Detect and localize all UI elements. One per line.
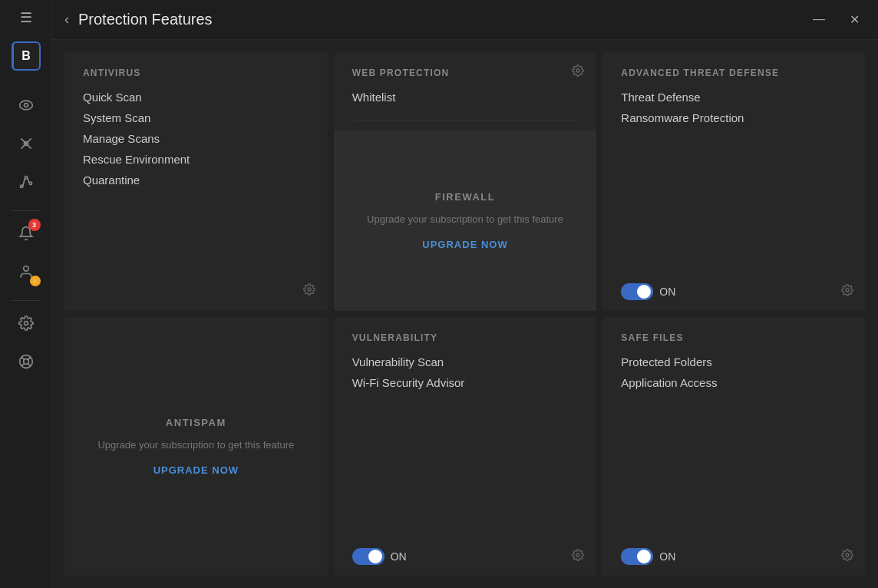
- svg-line-8: [22, 179, 24, 186]
- web-protection-title: WEB PROTECTION: [352, 68, 579, 78]
- wifi-security-link[interactable]: Wi-Fi Security Advisor: [352, 376, 579, 389]
- svg-line-18: [21, 363, 25, 366]
- application-access-link[interactable]: Application Access: [621, 376, 847, 389]
- vulnerability-card: VULNERABILITY Vulnerability Scan Wi-Fi S…: [334, 317, 597, 576]
- advanced-threat-title: ADVANCED THREAT DEFENSE: [621, 68, 847, 78]
- sidebar: ☰ B 3 !: [0, 0, 52, 588]
- system-scan-link[interactable]: System Scan: [83, 111, 309, 124]
- svg-point-20: [576, 69, 579, 72]
- safe-files-toggle[interactable]: [621, 548, 653, 565]
- svg-line-14: [21, 357, 25, 360]
- safe-files-card: SAFE FILES Protected Folders Application…: [602, 317, 866, 576]
- manage-scans-link[interactable]: Manage Scans: [83, 132, 309, 145]
- advanced-threat-toggle-label: ON: [659, 286, 675, 298]
- svg-point-23: [846, 553, 849, 557]
- page-title: Protection Features: [78, 11, 807, 28]
- titlebar: ‹ Protection Features — ✕: [52, 0, 878, 40]
- safe-files-toggle-label: ON: [659, 550, 675, 563]
- advanced-threat-toggle[interactable]: [621, 283, 653, 300]
- window-controls: — ✕: [807, 9, 866, 30]
- web-protection-gear-icon[interactable]: [572, 64, 584, 80]
- cards-area: ANTIVIRUS Quick Scan System Scan Manage …: [52, 40, 878, 588]
- vulnerability-title: VULNERABILITY: [352, 332, 579, 343]
- notification-badge: 3: [28, 219, 41, 231]
- sidebar-item-help[interactable]: [10, 345, 42, 378]
- sidebar-divider-1: [11, 210, 41, 211]
- antivirus-card: ANTIVIRUS Quick Scan System Scan Manage …: [64, 52, 328, 311]
- safe-files-title: SAFE FILES: [621, 332, 847, 343]
- svg-point-0: [19, 101, 32, 110]
- firewall-title: FIREWALL: [435, 191, 495, 203]
- quick-scan-link[interactable]: Quick Scan: [83, 91, 309, 104]
- threat-defense-link[interactable]: Threat Defense: [621, 91, 847, 104]
- safe-files-gear-icon[interactable]: [841, 549, 853, 564]
- svg-point-21: [846, 289, 849, 292]
- vulnerability-footer: ON: [352, 548, 585, 565]
- vulnerability-scan-link[interactable]: Vulnerability Scan: [352, 355, 579, 368]
- antivirus-gear-icon[interactable]: [303, 283, 315, 299]
- app-logo[interactable]: B: [12, 41, 41, 71]
- sidebar-item-settings[interactable]: [10, 307, 42, 339]
- svg-point-19: [308, 288, 311, 291]
- antivirus-title: ANTIVIRUS: [83, 68, 309, 78]
- firewall-upgrade-button[interactable]: UPGRADE NOW: [422, 239, 507, 250]
- safe-files-toggle-group: ON: [621, 548, 675, 565]
- vulnerability-toggle-label: ON: [391, 550, 407, 563]
- advanced-threat-footer: ON: [621, 283, 853, 300]
- advanced-threat-toggle-group: ON: [621, 283, 675, 300]
- svg-line-9: [27, 178, 29, 183]
- svg-line-17: [28, 358, 30, 360]
- vulnerability-toggle-group: ON: [352, 548, 407, 565]
- sidebar-item-graph[interactable]: [10, 166, 42, 198]
- antispam-title: ANTISPAM: [166, 417, 226, 428]
- svg-point-10: [23, 266, 28, 272]
- close-button[interactable]: ✕: [843, 9, 866, 30]
- advanced-threat-gear-icon[interactable]: [841, 284, 853, 299]
- ransomware-protection-link[interactable]: Ransomware Protection: [621, 111, 847, 124]
- back-button[interactable]: ‹: [64, 12, 69, 28]
- sidebar-item-tools[interactable]: [10, 127, 42, 160]
- svg-point-11: [24, 322, 28, 325]
- vulnerability-toggle[interactable]: [352, 548, 385, 565]
- minimize-button[interactable]: —: [807, 9, 831, 30]
- menu-icon[interactable]: ☰: [20, 9, 32, 26]
- whitelist-link[interactable]: Whitelist: [352, 91, 579, 104]
- firewall-upgrade-desc: Upgrade your subscription to get this fe…: [367, 212, 563, 227]
- advanced-threat-card: ADVANCED THREAT DEFENSE Threat Defense R…: [602, 52, 866, 311]
- safe-files-footer: ON: [621, 548, 853, 565]
- sidebar-item-user[interactable]: !: [10, 256, 42, 288]
- web-divider: [352, 121, 579, 121]
- svg-point-22: [576, 553, 579, 557]
- svg-line-15: [28, 363, 31, 366]
- svg-point-1: [24, 104, 28, 107]
- main-area: ‹ Protection Features — ✕ ANTIVIRUS Quic…: [52, 0, 878, 588]
- antispam-card: ANTISPAM Upgrade your subscription to ge…: [64, 317, 328, 576]
- quarantine-link[interactable]: Quarantine: [83, 173, 309, 187]
- protected-folders-link[interactable]: Protected Folders: [621, 355, 847, 368]
- antispam-upgrade-desc: Upgrade your subscription to get this fe…: [97, 438, 294, 453]
- web-protection-card: WEB PROTECTION Whitelist FIREWALL Upgrad…: [334, 52, 597, 311]
- vulnerability-gear-icon[interactable]: [572, 549, 584, 564]
- user-warning-badge: !: [30, 276, 41, 286]
- antispam-upgrade-button[interactable]: UPGRADE NOW: [153, 464, 239, 476]
- sidebar-divider-2: [11, 300, 41, 301]
- svg-point-13: [23, 359, 28, 365]
- sidebar-item-notifications[interactable]: 3: [10, 217, 42, 249]
- sidebar-item-eye[interactable]: [10, 89, 42, 121]
- rescue-environment-link[interactable]: Rescue Environment: [83, 153, 309, 166]
